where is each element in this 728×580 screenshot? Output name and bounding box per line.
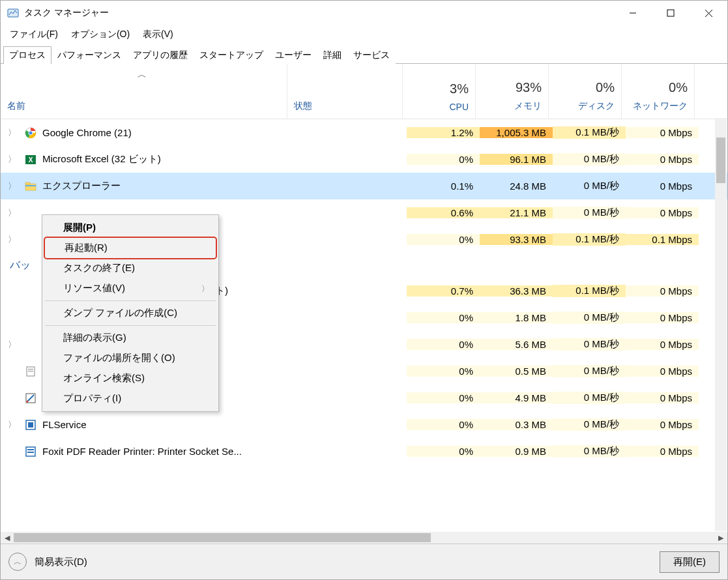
maximize-button[interactable] [652,1,690,25]
tab-app-history[interactable]: アプリの履歴 [127,46,194,64]
table-row[interactable]: 〉FLService0%0.3 MB0 MB/秒0 Mbps [1,411,727,438]
cpu-value: 0% [407,366,480,377]
tab-processes[interactable]: プロセス [3,46,51,64]
tab-performance[interactable]: パフォーマンス [51,46,127,64]
tab-strip: プロセス パフォーマンス アプリの履歴 スタートアップ ユーザー 詳細 サービス [1,44,727,64]
resume-button[interactable]: 再開(E) [660,551,720,573]
sort-caret-icon: ︿ [138,69,147,81]
context-menu: 展開(P) 再起動(R) タスクの終了(E) リソース値(V) 〉 ダンプ ファ… [42,214,219,412]
svg-rect-10 [25,184,36,190]
svg-rect-2 [667,10,674,16]
memory-value: 96.1 MB [480,154,553,165]
expand-chevron-icon[interactable]: 〉 [1,127,23,139]
menu-file[interactable]: ファイル(F) [3,27,65,42]
table-row[interactable]: 〉エクスプローラー0.1%24.8 MB0 MB/秒0 Mbps [1,173,727,199]
cm-resource-values[interactable]: リソース値(V) 〉 [44,278,217,298]
network-value: 0 Mbps [626,446,699,457]
memory-value: 24.8 MB [480,181,553,192]
process-icon [23,366,38,377]
menu-options[interactable]: オプション(O) [65,27,136,42]
column-cpu[interactable]: 3% CPU [403,64,476,119]
expand-chevron-icon[interactable]: 〉 [1,339,23,351]
svg-rect-12 [25,185,36,186]
expand-chevron-icon[interactable]: 〉 [1,181,23,192]
column-name[interactable]: ︿ 名前 [1,64,287,119]
scroll-right-icon[interactable]: ▶ [714,532,727,544]
disk-value: 0.1 MB/秒 [553,285,626,297]
task-manager-icon [7,7,19,19]
disk-value: 0 MB/秒 [553,207,626,219]
memory-value: 4.9 MB [480,392,553,403]
close-button[interactable] [690,1,727,25]
title-bar: タスク マネージャー [1,1,727,25]
process-icon [23,127,38,139]
v-scroll-thumb[interactable] [716,138,725,183]
disk-value: 0.1 MB/秒 [553,126,626,139]
process-icon: X [23,154,38,166]
window-title: タスク マネージャー [24,7,614,19]
disk-value: 0 MB/秒 [553,418,626,431]
network-value: 0 Mbps [626,285,699,297]
process-icon [23,392,38,404]
cm-separator [45,300,216,301]
disk-value: 0 MB/秒 [553,445,626,457]
expand-chevron-icon[interactable]: 〉 [1,154,23,166]
h-scroll-thumb[interactable] [14,533,431,542]
cpu-value: 0% [407,154,480,165]
network-value: 0.1 Mbps [626,234,699,245]
svg-rect-11 [25,182,30,184]
cm-expand[interactable]: 展開(P) [44,218,217,238]
menu-view[interactable]: 表示(V) [136,27,180,42]
cm-properties[interactable]: プロパティ(I) [44,388,217,409]
cpu-value: 0.7% [407,285,480,297]
cm-search-online[interactable]: オンライン検索(S) [44,368,217,388]
disk-value: 0 MB/秒 [553,312,626,324]
table-row[interactable]: Foxit PDF Reader Printer: Printer Socket… [1,438,727,465]
memory-value: 0.5 MB [480,366,553,377]
vertical-scrollbar[interactable] [715,118,727,531]
cpu-value: 0% [407,312,480,323]
expand-chevron-icon[interactable]: 〉 [1,419,23,431]
svg-rect-20 [28,422,33,428]
tab-users[interactable]: ユーザー [269,46,317,64]
bottom-bar: ︿ 簡易表示(D) 再開(E) [1,544,727,579]
disk-value: 0 MB/秒 [553,180,626,192]
process-name: Google Chrome (21) [38,127,291,138]
cm-show-details[interactable]: 詳細の表示(G) [44,328,217,348]
process-name: Foxit PDF Reader Printer: Printer Socket… [38,446,291,457]
cm-open-file-location[interactable]: ファイルの場所を開く(O) [44,348,217,368]
scroll-left-icon[interactable]: ◀ [1,532,14,544]
network-value: 0 Mbps [626,127,699,138]
minimize-button[interactable] [614,1,652,25]
cm-end-task[interactable]: タスクの終了(E) [44,258,217,278]
memory-value: 5.6 MB [480,339,553,350]
column-memory[interactable]: 93% メモリ [476,64,549,119]
menu-bar: ファイル(F) オプション(O) 表示(V) [1,25,727,44]
disk-value: 0 MB/秒 [553,392,626,404]
cpu-value: 0% [407,446,480,457]
cpu-value: 0.1% [407,181,480,192]
horizontal-scrollbar[interactable]: ◀ ▶ [1,532,727,544]
fewer-details-icon[interactable]: ︿ [8,553,27,571]
column-disk[interactable]: 0% ディスク [549,64,622,119]
tab-services[interactable]: サービス [347,46,396,64]
tab-startup[interactable]: スタートアップ [194,46,269,64]
column-network[interactable]: 0% ネットワーク [622,64,695,119]
memory-value: 93.3 MB [480,234,553,245]
svg-rect-14 [28,369,33,370]
cm-restart[interactable]: 再起動(R) [45,238,216,258]
memory-value: 1,005.3 MB [480,127,553,138]
window-controls [614,1,727,25]
disk-value: 0 MB/秒 [553,338,626,351]
fewer-details-label[interactable]: 簡易表示(D) [35,556,87,568]
column-state[interactable]: 状態 [287,64,403,119]
svg-point-18 [27,400,29,402]
table-row[interactable]: 〉Google Chrome (21)1.2%1,005.3 MB0.1 MB/… [1,119,727,146]
expand-chevron-icon[interactable]: 〉 [1,234,23,246]
memory-value: 0.9 MB [480,446,553,457]
table-row[interactable]: 〉XMicrosoft Excel (32 ビット)0%96.1 MB0 MB/… [1,146,727,173]
cpu-value: 0% [407,339,480,350]
tab-details[interactable]: 詳細 [317,46,347,64]
cm-create-dump[interactable]: ダンプ ファイルの作成(C) [44,303,217,323]
expand-chevron-icon[interactable]: 〉 [1,207,23,219]
